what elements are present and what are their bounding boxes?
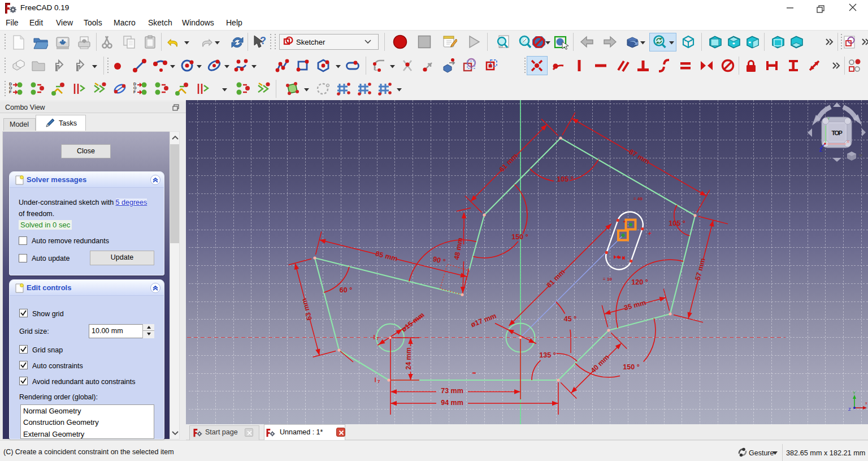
svg-text:81 mm: 81 mm (545, 268, 567, 290)
svg-text:*: * (623, 219, 626, 225)
svg-text:150 °: 150 ° (623, 363, 639, 371)
svg-text:F: F (133, 90, 136, 94)
svg-text:150 °: 150 ° (511, 233, 528, 241)
svg-text:x: x (865, 400, 867, 406)
svg-text:90 °: 90 ° (432, 255, 446, 266)
svg-text:TOP: TOP (832, 130, 843, 136)
svg-text:≡ 10: ≡ 10 (603, 277, 612, 282)
svg-text:60 °: 60 ° (340, 286, 352, 294)
svg-text:ø17 mm: ø17 mm (470, 312, 497, 329)
svg-text:Z: Z (848, 407, 851, 412)
svg-text:O: O (133, 86, 137, 90)
svg-text:87 mm: 87 mm (628, 148, 651, 166)
svg-text:24 mm: 24 mm (405, 347, 413, 370)
svg-text:?: ? (260, 35, 266, 46)
svg-text:105 °: 105 ° (557, 175, 573, 183)
svg-text:7: 7 (376, 336, 379, 341)
svg-text:7: 7 (377, 379, 380, 384)
svg-text:D: D (133, 82, 136, 86)
svg-text:94 mm: 94 mm (441, 399, 463, 407)
svg-text:73 mm: 73 mm (441, 387, 463, 395)
svg-text:Z: Z (819, 147, 823, 153)
svg-text:Y: Y (853, 390, 856, 395)
svg-text:35 mm: 35 mm (623, 299, 647, 312)
svg-text:X: X (847, 139, 850, 144)
svg-text:61 mm: 61 mm (498, 152, 519, 174)
svg-text:53 mm: 53 mm (300, 298, 314, 321)
svg-text:D: D (9, 82, 12, 86)
svg-text:57 mm: 57 mm (694, 257, 707, 281)
svg-text:x: x (647, 230, 653, 236)
svg-text:≡ 40: ≡ 40 (633, 196, 643, 201)
svg-text:85 mm: 85 mm (375, 249, 398, 262)
svg-text:O: O (9, 86, 12, 90)
svg-text:135 °: 135 ° (539, 351, 555, 359)
svg-text:120 °: 120 ° (631, 278, 648, 286)
svg-text:F: F (9, 90, 12, 94)
svg-text:45 °: 45 ° (564, 315, 576, 323)
svg-text:105 °: 105 ° (669, 219, 685, 227)
svg-text:Y: Y (827, 117, 830, 120)
